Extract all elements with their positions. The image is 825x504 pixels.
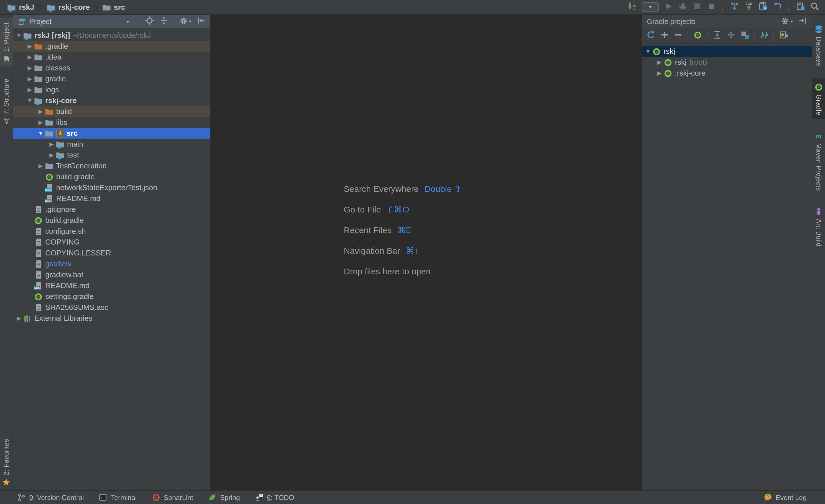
collapsed-arrow-icon[interactable]: ▶ [48,141,56,147]
expand-all-button[interactable] [713,31,722,40]
project-row-TestGeneration[interactable]: ▶TestGeneration [13,160,210,171]
collapsed-arrow-icon[interactable]: ▶ [26,65,34,71]
project-row-SHA256SUMS.asc[interactable]: SHA256SUMS.asc [13,302,210,313]
tool-window-button-gradle[interactable]: Gradle [812,78,825,119]
hide-panel-button[interactable] [197,16,206,27]
project-row-README.md[interactable]: MDREADME.md [13,280,210,291]
breadcrumb-item-rskJ[interactable]: rskJ [7,3,34,12]
search-everywhere-button[interactable] [810,3,819,12]
project-structure-button[interactable] [796,3,805,12]
project-row-.gradle[interactable]: ▶.gradle [13,41,210,52]
project-row-README.md[interactable]: MDREADME.md [13,193,210,204]
breadcrumb-item-rskj-core[interactable]: rskj-core [47,3,90,12]
collapsed-arrow-icon[interactable]: ▶ [26,76,34,82]
collapsed-arrow-icon[interactable]: ▶ [37,108,45,114]
project-row-.idea[interactable]: ▶.idea [13,52,210,63]
project-row-test[interactable]: ▶test [13,150,210,160]
status-item-6-todo[interactable]: 6: TODO [255,493,294,502]
stop-button[interactable] [707,3,716,12]
collapsed-arrow-icon[interactable]: ▶ [26,54,34,60]
update-project-button[interactable]: VCS [730,3,739,12]
hint-shortcut: ⌘E [397,226,411,234]
tree-item-label: classes [45,64,70,72]
project-row-gradlew[interactable]: gradlew [13,258,210,269]
folder-module-icon [56,150,65,160]
gradle-settings-button[interactable] [779,31,788,40]
project-row-gradle[interactable]: ▶gradle [13,73,210,84]
toggle-offline-mode-button[interactable] [760,31,769,40]
collapsed-arrow-icon[interactable]: ▶ [26,86,34,93]
collapse-all-button[interactable] [159,16,168,27]
status-item-9-version-control[interactable]: 9: Version Control [17,493,84,502]
collapsed-arrow-icon[interactable]: ▶ [26,43,34,49]
project-row-networkStateExporterTest.json[interactable]: JSONnetworkStateExporterTest.json [13,182,210,193]
project-row-main[interactable]: ▶main [13,139,210,150]
fetch-sources-button[interactable]: 011001 [627,3,636,12]
project-row-COPYING[interactable]: COPYING [13,237,210,247]
project-row-rskj-core[interactable]: ▼rskj-core [13,95,210,106]
view-options-button[interactable]: ▾ [179,16,192,27]
project-row-build.gradle[interactable]: build.gradle [13,215,210,226]
project-row-configure.sh[interactable]: configure.sh [13,226,210,237]
collapsed-arrow-icon[interactable]: ▶ [656,70,663,76]
group-modules-button[interactable] [740,31,749,40]
collapsed-arrow-icon[interactable]: ▶ [656,59,663,65]
collapse-all2-icon [727,30,736,41]
tool-window-button-maven-projects[interactable]: mMaven Projects [812,127,825,195]
collapsed-arrow-icon[interactable]: ▶ [15,315,23,321]
attach-gradle-project-button[interactable] [660,31,669,40]
recent-changes-button[interactable] [759,3,768,12]
tool-window-button-ant-build[interactable]: Ant Build [812,203,825,251]
project-row-logs[interactable]: ▶logs [13,84,210,95]
editor-area[interactable]: Search EverywhereDouble ⇧Go to File⇧⌘ORe… [211,15,642,490]
collapsed-arrow-icon[interactable]: ▶ [48,152,56,158]
locate-file-button[interactable] [145,16,154,27]
project-row-COPYING.LESSER[interactable]: COPYING.LESSER [13,247,210,258]
collapsed-arrow-icon[interactable]: ▶ [37,163,45,169]
tool-window-button-database[interactable]: Database [812,21,825,70]
run-configurations-button[interactable]: ▼ [642,2,659,12]
expanded-arrow-icon[interactable]: ▼ [15,32,23,38]
project-row-libs[interactable]: ▶libs [13,117,210,128]
tool-window-button-1-project[interactable]: 1: Project [0,18,13,66]
svg-text:>_: >_ [101,496,105,500]
project-row-.gitignore[interactable]: .gitignore [13,204,210,215]
gradle-options-button[interactable]: ▾ [781,16,793,27]
breadcrumb-item-src[interactable]: src [102,3,125,12]
project-row-build[interactable]: ▶build [13,106,210,117]
status-item-sonarlint[interactable]: SonarLint [152,493,194,502]
project-row-settings.gradle[interactable]: settings.gradle [13,291,210,302]
project-row-classes[interactable]: ▶classes [13,63,210,73]
gradle-row-rskj[interactable]: ▼rskj [642,46,812,57]
rollback-icon [773,2,782,13]
tree-item-label: rskj [675,58,686,67]
gradle-row--rskj-core[interactable]: ▶:rskj-core [642,68,812,78]
tree-item-label: :rskj-core [675,69,705,77]
detach-gradle-project-button[interactable] [674,31,683,40]
expanded-arrow-icon[interactable]: ▼ [26,97,34,104]
rollback-button[interactable] [773,3,782,12]
gradle-row-rskj[interactable]: ▶rskj(root) [642,57,812,68]
debug-button[interactable] [678,3,687,12]
expanded-arrow-icon[interactable]: ▼ [644,48,652,55]
project-row-rskJ--rskj-[interactable]: ▼rskJ [rskj]~/Documents/code/rskJ [13,30,210,41]
refresh-all-gradle-projects-button[interactable] [646,31,656,40]
project-row-src[interactable]: ▼4src [13,128,210,139]
collapsed-arrow-icon[interactable]: ▶ [37,119,45,125]
project-row-External-Libraries[interactable]: ▶External Libraries [13,313,210,324]
project-view-selector-caret[interactable] [124,18,131,25]
run-with-coverage-button[interactable] [693,3,702,12]
run-button[interactable] [664,3,673,12]
collapse-all-button[interactable] [727,31,736,40]
status-item-spring[interactable]: Spring [208,493,240,502]
status-item-event-log[interactable]: 1Event Log [764,493,807,502]
execute-gradle-task-button[interactable] [693,31,702,40]
commit-changes-button[interactable]: VCS [744,3,753,12]
expanded-arrow-icon[interactable]: ▼ [37,130,45,136]
tool-window-button-7-structure[interactable]: 7: Structure [0,74,13,129]
tool-window-button-2-favorites[interactable]: 2: Favorites [0,435,13,490]
hide-gradle-panel-button[interactable] [798,16,807,27]
project-row-gradlew.bat[interactable]: gradlew.bat [13,269,210,280]
project-row-build.gradle[interactable]: build.gradle [13,171,210,182]
status-item-terminal[interactable]: >_Terminal [99,493,137,502]
